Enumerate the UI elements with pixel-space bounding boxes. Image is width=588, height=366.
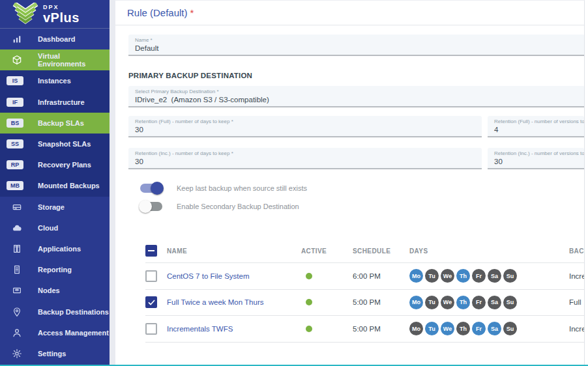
name-field-label: Name * (135, 37, 585, 43)
sidebar-item-dashboard[interactable]: Dashboard (0, 29, 110, 49)
retention-full-days-value: 30 (135, 126, 482, 134)
retention-full-versions-label: Retention (Full) - number of versions to… (494, 119, 584, 124)
app-logo[interactable]: DPX vPlus (0, 0, 110, 29)
sidebar-item-backup-destinations[interactable]: Backup Destinations (0, 301, 110, 322)
day-pill-th: Th (456, 269, 470, 283)
name-field[interactable]: Name * Default (128, 35, 585, 56)
sidebar-item-label: Settings (38, 350, 66, 358)
secondary-destination-label: Enable Secondary Backup Destination (177, 203, 299, 210)
day-pill-su: Su (503, 269, 517, 283)
sidebar-item-virtual-environments[interactable]: Virtual Environments (0, 49, 110, 70)
day-pill-th: Th (456, 322, 470, 335)
sidebar-item-label: Applications (38, 245, 81, 253)
toggle-knob (151, 182, 164, 195)
day-pill-mo: Mo (409, 296, 423, 309)
day-pill-fr: Fr (472, 269, 486, 283)
sidebar-item-label: Storage (38, 203, 65, 211)
sidebar-item-label: Dashboard (38, 35, 75, 43)
day-pill-tu: Tu (425, 296, 439, 309)
sidebar-badge: RP (7, 160, 23, 169)
sidebar-item-storage[interactable]: Storage (0, 197, 110, 218)
sidebar-item-snapshot-slas[interactable]: SSSnapshot SLAs (0, 134, 110, 154)
day-pill-sa: Sa (488, 296, 501, 309)
schedules-table-body: CentOS 7 to File System6:00 PMMoTuWeThFr… (145, 263, 584, 343)
schedules-table: NAME ACTIVE SCHEDULE DAYS BACKUP TYPE Ce… (145, 239, 584, 343)
retention-full-days-field[interactable]: Retention (Full) - number of days to kee… (128, 116, 482, 137)
sidebar-item-applications[interactable]: Applications (0, 238, 110, 259)
day-pill-sa: Sa (488, 269, 501, 283)
table-row: Incrementals TWFS5:00 PMMoTuWeThFrSaSuIn… (145, 316, 584, 343)
sidebar-badge: IF (7, 98, 23, 107)
sidebar-item-instances[interactable]: ISInstances (0, 70, 110, 91)
required-asterisk: * (190, 7, 194, 18)
secondary-destination-toggle[interactable] (140, 202, 162, 211)
brand-vplus: vPlus (43, 11, 80, 24)
schedule-name-link[interactable]: Incrementals TWFS (167, 325, 233, 333)
secondary-destination-toggle-row: Enable Secondary Backup Destination (140, 197, 584, 216)
backup-type: Incremental (569, 272, 584, 280)
vplus-chevrons-icon (12, 3, 39, 26)
sidebar-badge: IS (7, 76, 23, 85)
retention-full-versions-value: 4 (494, 126, 584, 134)
cloud-icon (12, 223, 22, 233)
table-row: CentOS 7 to File System6:00 PMMoTuWeThFr… (145, 263, 584, 290)
schedule-time: 5:00 PM (353, 298, 409, 306)
retention-inc-versions-field[interactable]: Retention (Inc.) - number of versions to… (488, 148, 584, 169)
active-indicator (306, 299, 312, 305)
day-pill-su: Su (503, 322, 517, 335)
dashboard-icon (12, 34, 22, 44)
storage-icon (12, 202, 22, 212)
day-pill-fr: Fr (472, 296, 486, 309)
sidebar-item-reporting[interactable]: Reporting (0, 259, 110, 280)
day-pill-th: Th (456, 296, 470, 309)
sidebar-item-mounted-backups[interactable]: MBMounted Backups (0, 175, 110, 196)
backup-type: Incremental (569, 325, 584, 333)
active-indicator (306, 326, 312, 332)
sidebar-item-infrastructure[interactable]: IFInfrastructure (0, 92, 110, 113)
day-pill-fr: Fr (472, 322, 486, 335)
schedule-name-link[interactable]: Full Twice a week Mon Thurs (167, 298, 264, 306)
backup-type: Full (569, 298, 584, 306)
day-pill-we: We (441, 296, 454, 309)
day-pill-we: We (441, 269, 454, 283)
sidebar-item-nodes[interactable]: Nodes (0, 280, 110, 301)
primary-backup-destination-select[interactable]: Select Primary Backup Destination * IDri… (128, 86, 585, 107)
name-field-value: Default (135, 44, 585, 52)
sidebar-item-cloud[interactable]: Cloud (0, 218, 110, 238)
toggle-knob (139, 200, 152, 213)
retention-inc-days-field[interactable]: Retention (Inc.) - number of days to kee… (128, 148, 482, 169)
destination-label: Select Primary Backup Destination * (135, 89, 585, 94)
brand-dpx: DPX (43, 5, 80, 10)
sidebar-nav: DashboardVirtual EnvironmentsISInstances… (0, 29, 110, 364)
row-checkbox[interactable] (145, 323, 157, 335)
schedule-name-link[interactable]: CentOS 7 to File System (167, 272, 250, 280)
toggle-group: Keep last backup when source still exist… (140, 179, 584, 216)
destination-value: IDrive_e2 (Amazon S3 / S3-compatible) (135, 96, 585, 104)
sidebar-item-backup-slas[interactable]: BSBackup SLAs (0, 113, 110, 134)
sidebar-item-label: Reporting (38, 266, 72, 274)
day-pill-sa: Sa (488, 322, 501, 335)
retention-full-versions-field[interactable]: Retention (Full) - number of versions to… (488, 116, 584, 137)
day-pill-mo: Mo (409, 269, 423, 283)
sidebar: DPX vPlus DashboardVirtual EnvironmentsI… (0, 0, 110, 365)
indeterminate-mark (148, 250, 154, 251)
reporting-icon (12, 264, 22, 275)
row-checkbox[interactable] (145, 270, 157, 282)
column-header-name: NAME (167, 247, 301, 255)
page-title: Rule (Default)* (115, 1, 584, 18)
select-all-checkbox[interactable] (145, 245, 157, 257)
keep-last-backup-label: Keep last backup when source still exist… (177, 184, 307, 192)
sidebar-item-recovery-plans[interactable]: RPRecovery Plans (0, 154, 110, 175)
applications-icon (12, 244, 22, 254)
row-checkbox[interactable] (145, 296, 157, 308)
keep-last-backup-toggle[interactable] (140, 184, 162, 193)
sidebar-item-label: Access Management (38, 329, 109, 337)
sidebar-item-settings[interactable]: Settings (0, 343, 110, 364)
sidebar-item-label: Backup Destinations (38, 308, 109, 316)
column-header-active: ACTIVE (301, 247, 353, 255)
table-row: Full Twice a week Mon Thurs5:00 PMMoTuWe… (145, 290, 584, 317)
sidebar-item-access-management[interactable]: Access Management (0, 322, 110, 343)
day-pill-tu: Tu (425, 269, 439, 283)
retention-inc-days-value: 30 (135, 158, 482, 165)
active-indicator (306, 273, 312, 279)
